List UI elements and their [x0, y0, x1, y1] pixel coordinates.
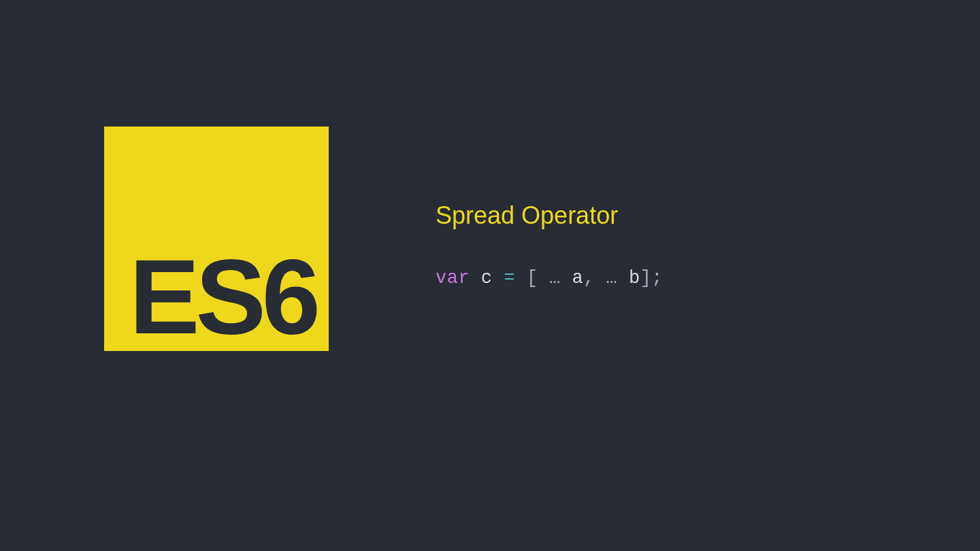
code-equals: =: [504, 268, 515, 288]
code-open-bracket: [: [527, 268, 538, 288]
code-spread-2: …: [606, 268, 618, 288]
code-variable-a: a: [572, 268, 583, 288]
slide-title: Spread Operator: [436, 201, 663, 230]
code-semicolon: ;: [651, 268, 663, 288]
code-keyword: var: [436, 268, 470, 288]
code-variable-b: b: [629, 268, 640, 288]
es6-logo-text: ES6: [129, 244, 316, 350]
es6-logo: ES6: [104, 127, 329, 351]
code-variable-c: c: [481, 268, 493, 288]
code-sample: var c = [ … a, … b];: [436, 268, 663, 288]
content-block: Spread Operator var c = [ … a, … b];: [436, 201, 663, 288]
code-spread-1: …: [549, 268, 561, 288]
code-comma: ,: [583, 268, 595, 288]
code-close-bracket: ]: [640, 268, 652, 288]
